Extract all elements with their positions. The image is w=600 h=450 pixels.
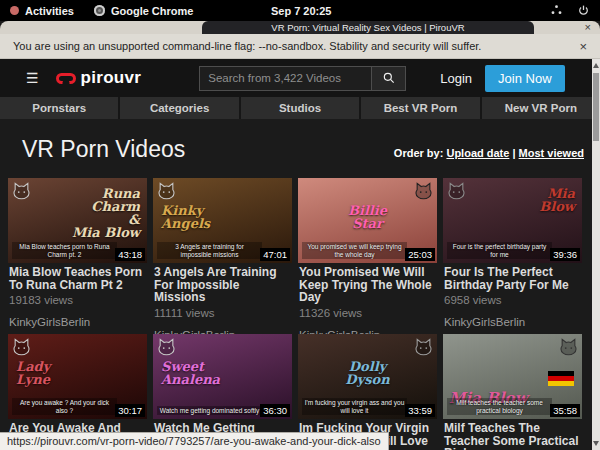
studio-cat-logo-icon xyxy=(414,337,433,356)
login-link[interactable]: Login xyxy=(440,71,472,86)
activities-dot-icon xyxy=(10,6,19,15)
clock[interactable]: Sep 7 20:25 xyxy=(271,5,332,17)
studio-cat-logo-icon xyxy=(414,181,433,200)
video-views: 11111 views xyxy=(154,307,292,319)
thumb-caption: Milf teaches the teacher some practical … xyxy=(447,398,552,415)
studio-cat-logo-icon xyxy=(12,337,31,356)
order-by-separator: | xyxy=(512,147,515,159)
scrollbar-up-icon[interactable] xyxy=(593,63,599,68)
scrollbar-down-icon[interactable] xyxy=(593,441,599,446)
video-grid: Runa Charm & Mia Blow Mia Blow teaches p… xyxy=(0,178,600,450)
video-title[interactable]: Mia Blow Teaches Porn To Runa Charm Pt 2 xyxy=(9,266,147,291)
duration-badge: 35:58 xyxy=(550,404,580,417)
video-card[interactable]: Runa Charm & Mia Blow Mia Blow teaches p… xyxy=(8,178,147,330)
german-flag-icon xyxy=(548,371,574,386)
thumb-caption: I'm fucking your virgin ass and you will… xyxy=(302,398,407,415)
page-title: VR Porn Videos xyxy=(22,136,185,163)
thumb-model-name: Mia Blow xyxy=(539,187,575,213)
active-app-menu[interactable]: Google Chrome xyxy=(94,5,194,17)
system-top-bar: Activities Google Chrome Sep 7 20:25 xyxy=(0,0,600,21)
duration-badge: 33:59 xyxy=(405,404,435,417)
video-thumbnail[interactable]: Sweet Analena Watch me getting dominated… xyxy=(153,334,292,419)
order-by-upload-date-link[interactable]: Upload date xyxy=(446,147,509,159)
nav-item-best-vr-porn[interactable]: Best VR Porn xyxy=(361,97,479,119)
video-thumbnail[interactable]: Mia Blow Four is the perfect birthday pa… xyxy=(443,178,582,263)
studio-cat-logo-icon xyxy=(12,181,31,200)
join-now-button[interactable]: Join Now xyxy=(485,65,564,92)
browser-tab-strip: VR Porn: Virtual Reality Sex Videos | Pi… xyxy=(0,21,600,34)
studio-cat-logo-icon xyxy=(157,337,176,356)
video-views: 11326 views xyxy=(299,307,437,319)
chrome-icon xyxy=(94,5,105,16)
video-thumbnail[interactable]: Dolly Dyson I'm fucking your virgin ass … xyxy=(298,334,437,419)
site-nav: PornstarsCategoriesStudiosBest VR PornNe… xyxy=(0,97,600,119)
thumb-caption: Mia Blow teaches porn to Runa Charm pt. … xyxy=(12,242,117,259)
video-card[interactable]: Mia Blow Milf teaches the teacher some p… xyxy=(443,334,582,450)
scrollbar[interactable] xyxy=(592,59,600,450)
studio-cat-logo-icon xyxy=(447,181,466,200)
video-title[interactable]: Milf Teaches The Teacher Some Practical … xyxy=(444,422,582,450)
close-icon[interactable]: × xyxy=(585,21,591,34)
nav-item-categories[interactable]: Categories xyxy=(120,97,238,119)
order-by: Order by: Upload date | Most viewed xyxy=(394,147,584,163)
video-thumbnail[interactable]: Runa Charm & Mia Blow Mia Blow teaches p… xyxy=(8,178,147,263)
thumb-model-name: Runa Charm & Mia Blow xyxy=(72,187,140,239)
site-logo-text: pirouvr xyxy=(81,68,142,88)
video-views: 19183 views xyxy=(9,294,147,306)
video-title[interactable]: You Promised We Will Keep Trying The Who… xyxy=(299,266,437,304)
chrome-warning-bar: You are using an unsupported command-lin… xyxy=(0,34,600,59)
tab-title: VR Porn: Virtual Reality Sex Videos | Pi… xyxy=(271,22,464,33)
video-thumbnail[interactable]: Billie Star You promised we will keep tr… xyxy=(298,178,437,263)
search-input[interactable] xyxy=(199,66,371,91)
warning-close-icon[interactable]: × xyxy=(579,40,587,53)
search-button[interactable] xyxy=(371,66,406,91)
nav-item-studios[interactable]: Studios xyxy=(241,97,359,119)
warning-text: You are using an unsupported command-lin… xyxy=(13,40,481,52)
thumb-caption: Four is the perfect birthday party for m… xyxy=(447,242,552,259)
duration-badge: 47:01 xyxy=(260,248,290,261)
site-logo[interactable]: pirouvr xyxy=(56,68,142,88)
studio-cat-logo-icon xyxy=(157,181,176,200)
video-card[interactable]: Mia Blow Four is the perfect birthday pa… xyxy=(443,178,582,330)
video-card[interactable]: Kinky Angels 3 Angels are training for i… xyxy=(153,178,292,330)
video-thumbnail[interactable]: Kinky Angels 3 Angels are training for i… xyxy=(153,178,292,263)
thumb-caption: Watch me getting dominated softly xyxy=(157,406,262,416)
video-studio-link[interactable]: KinkyGirlsBerlin xyxy=(9,316,147,328)
studio-cat-logo-icon xyxy=(559,337,578,356)
thumb-model-name: Dolly Dyson xyxy=(298,360,437,386)
menu-icon[interactable]: ☰ xyxy=(26,70,39,86)
nav-item-new-vr-porn[interactable]: New VR Porn xyxy=(482,97,600,119)
duration-badge: 39:36 xyxy=(550,248,580,261)
power-icon[interactable] xyxy=(577,4,590,17)
thumb-caption: Are you awake ? And your dick also ? xyxy=(12,398,117,415)
duration-badge: 43:18 xyxy=(115,248,145,261)
duration-badge: 25:03 xyxy=(405,248,435,261)
site-header: ☰ pirouvr Login Join Now xyxy=(0,59,600,97)
duration-badge: 36:30 xyxy=(260,404,290,417)
order-by-label: Order by: xyxy=(394,147,444,159)
thumb-model-name: Kinky Angels xyxy=(161,204,210,230)
vr-goggles-logo-icon xyxy=(56,73,76,84)
video-title[interactable]: Four Is The Perfect Birthday Party For M… xyxy=(444,266,582,291)
browser-tab[interactable]: VR Porn: Virtual Reality Sex Videos | Pi… xyxy=(202,21,534,34)
duration-badge: 30:17 xyxy=(115,404,145,417)
thumb-model-name: Lady Lyne xyxy=(16,360,50,386)
thumb-caption: You promised we will keep trying the who… xyxy=(302,242,407,259)
activities-button[interactable]: Activities xyxy=(10,5,74,17)
video-views: 6958 views xyxy=(444,294,582,306)
network-icon[interactable] xyxy=(550,4,563,17)
scrollbar-thumb[interactable] xyxy=(593,73,599,141)
video-title[interactable]: 3 Angels Are Training For Impossible Mis… xyxy=(154,266,292,304)
video-thumbnail[interactable]: Lady Lyne Are you awake ? And your dick … xyxy=(8,334,147,419)
video-card[interactable]: Billie Star You promised we will keep tr… xyxy=(298,178,437,330)
activities-label: Activities xyxy=(25,5,74,17)
search-icon xyxy=(382,71,396,85)
thumb-model-name: Sweet Analena xyxy=(161,360,220,386)
nav-item-pornstars[interactable]: Pornstars xyxy=(0,97,118,119)
video-thumbnail[interactable]: Mia Blow Milf teaches the teacher some p… xyxy=(443,334,582,419)
video-studio-link[interactable]: KinkyGirlsBerlin xyxy=(444,316,582,328)
status-url-tooltip: https://pirouvr.com/vr-porn-video/779325… xyxy=(0,432,389,450)
thumb-model-name: Billie Star xyxy=(298,204,437,230)
order-by-most-viewed-link[interactable]: Most viewed xyxy=(519,147,584,159)
thumb-caption: 3 Angels are training for impossible mis… xyxy=(157,242,262,259)
